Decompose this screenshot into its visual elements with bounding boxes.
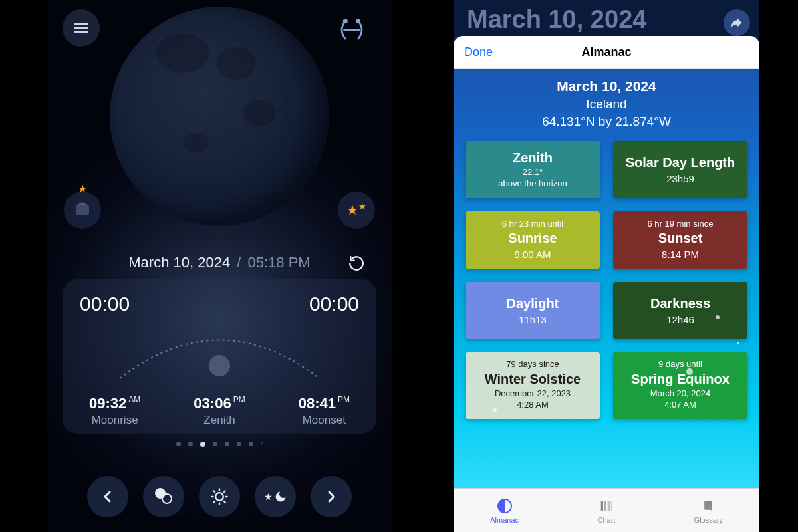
svg-rect-14: [608, 501, 610, 511]
box-icon: [76, 205, 89, 215]
svg-rect-12: [601, 501, 603, 511]
tab-glossary[interactable]: Glossary: [658, 489, 759, 532]
tile-winter-solstice[interactable]: 79 days since Winter Solstice December 2…: [466, 352, 600, 419]
hamburger-icon: [74, 21, 88, 35]
stars-icon: ★★: [346, 202, 366, 218]
svg-line-10: [213, 501, 215, 503]
moon-illustration: [110, 7, 329, 226]
share-icon: [730, 15, 744, 30]
svg-line-9: [224, 501, 225, 503]
almanac-tab-icon: [496, 497, 513, 515]
page-indicator[interactable]: [47, 442, 392, 447]
menu-button[interactable]: [63, 9, 100, 47]
sheet-title: Almanac: [581, 45, 631, 59]
arc-moon-marker[interactable]: [209, 355, 230, 376]
tile-sunrise[interactable]: 6 hr 23 min until Sunrise 9:00 AM: [466, 211, 600, 269]
svg-point-2: [356, 20, 359, 23]
tile-daylight[interactable]: Daylight 11h13: [466, 282, 600, 339]
arc-end-time: 00:00: [309, 293, 359, 315]
moon-arc-panel: 00:00 00:00 09:32AM Moonrise 03:06PM Zen…: [63, 279, 376, 434]
bottom-toolbar: ★: [47, 476, 392, 517]
almanac-tiles-grid: Zenith 22.1° above the horizon Solar Day…: [466, 141, 747, 419]
chevron-left-icon: [100, 489, 116, 505]
location-block: March 10, 2024 Iceland 64.131°N by 21.87…: [466, 78, 747, 129]
pisces-icon[interactable]: [335, 13, 368, 47]
tile-spring-equinox[interactable]: 9 days until Spring Equinox March 20, 20…: [613, 352, 747, 419]
sheet-body[interactable]: March 10, 2024 Iceland 64.131°N by 21.87…: [454, 69, 759, 488]
arc-start-time: 00:00: [80, 293, 130, 315]
tile-solar-day-length[interactable]: Solar Day Length 23h59: [613, 141, 747, 198]
reset-icon: [348, 255, 365, 272]
favorites-box-button[interactable]: ★: [64, 192, 101, 229]
star-icon: ★: [78, 182, 87, 195]
chevron-right-icon: [323, 489, 339, 505]
moonrise-event: 09:32AM Moonrise: [89, 395, 140, 427]
moonset-event: 08:41PM Moonset: [299, 395, 350, 427]
almanac-place: Iceland: [466, 97, 747, 112]
tab-almanac[interactable]: Almanac: [454, 489, 555, 532]
tile-zenith[interactable]: Zenith 22.1° above the horizon: [466, 141, 600, 198]
reset-time-button[interactable]: [344, 251, 368, 275]
phase-button[interactable]: [143, 476, 184, 517]
sheet-header: Done Almanac: [454, 36, 759, 69]
almanac-screen: March 10, 2024 Done Almanac March 10, 20…: [454, 0, 759, 532]
night-favorite-button[interactable]: ★: [255, 476, 296, 517]
svg-point-3: [215, 493, 223, 501]
stars-button[interactable]: ★★: [338, 192, 375, 229]
share-button[interactable]: [724, 9, 750, 36]
sun-icon: [210, 487, 229, 506]
moon-phase-icon: [155, 488, 172, 505]
prev-day-button[interactable]: [87, 476, 128, 517]
date-time-row[interactable]: March 10, 2024 / 05:18 PM: [47, 254, 392, 271]
almanac-sheet: Done Almanac March 10, 2024 Iceland 64.1…: [454, 36, 759, 532]
zenith-event: 03:06PM Zenith: [194, 395, 245, 427]
date-time-separator: /: [237, 254, 241, 271]
svg-line-8: [213, 491, 215, 492]
svg-line-11: [224, 491, 225, 492]
chart-tab-icon: [598, 497, 615, 515]
svg-rect-15: [611, 501, 612, 511]
moon-view-screen: ★ ★★ March 10, 2024 / 05:18 PM 00:00 00:…: [47, 0, 392, 532]
glossary-tab-icon: [700, 497, 717, 515]
tile-sunset[interactable]: 6 hr 19 min since Sunset 8:14 PM: [613, 211, 747, 269]
sun-button[interactable]: [199, 476, 240, 517]
svg-point-1: [344, 20, 346, 23]
current-time: 05:18 PM: [248, 254, 311, 271]
svg-rect-13: [604, 501, 606, 511]
background-date-title: March 10, 2024: [467, 5, 646, 34]
done-button[interactable]: Done: [464, 45, 493, 59]
tile-darkness[interactable]: Darkness 12h46: [613, 282, 747, 339]
star-moon-icon: ★: [264, 490, 287, 503]
almanac-coords: 64.131°N by 21.874°W: [466, 114, 747, 129]
next-day-button[interactable]: [311, 476, 352, 517]
bottom-tab-bar: Almanac Chart Glossary: [454, 488, 759, 532]
tab-chart[interactable]: Chart: [555, 489, 657, 532]
current-date: March 10, 2024: [128, 254, 230, 271]
almanac-date: March 10, 2024: [466, 78, 747, 94]
